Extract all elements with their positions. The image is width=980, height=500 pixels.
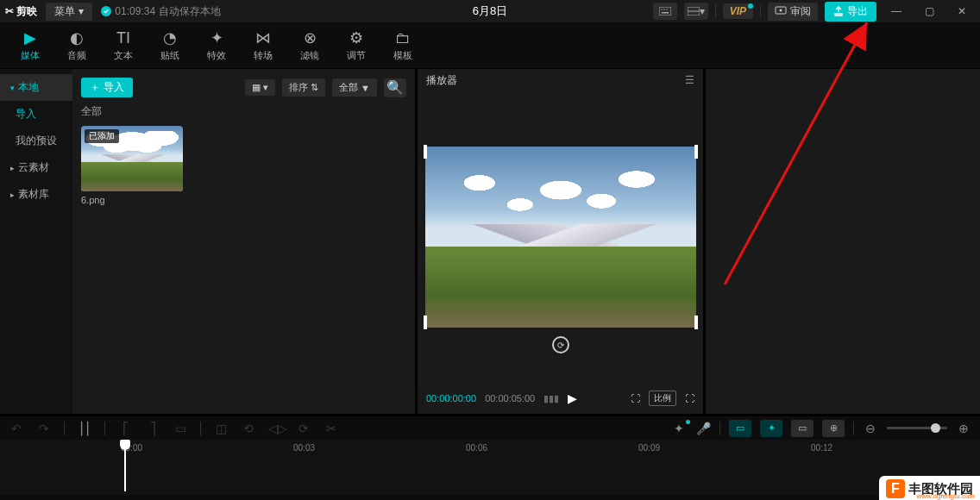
media-icon: ▶ — [24, 28, 36, 47]
media-thumbnail[interactable]: 已添加 6.png — [81, 126, 183, 205]
track-main-button[interactable]: ▭ — [729, 420, 751, 437]
crop-tool-icon[interactable]: ✂ — [324, 422, 339, 435]
mic-icon[interactable]: 🎤 — [695, 422, 711, 435]
svg-point-1 — [661, 9, 662, 9]
track-audio-button[interactable]: ▭ — [791, 420, 814, 437]
transition-icon: ⋈ — [255, 28, 271, 47]
menu-button[interactable]: 菜单 ▾ — [46, 3, 92, 21]
play-button[interactable]: ▶ — [568, 391, 577, 405]
sidebar-library[interactable]: ▸素材库 — [0, 181, 72, 208]
audio-icon: ◐ — [70, 28, 84, 47]
tab-filter[interactable]: ⊗滤镜 — [286, 22, 333, 68]
svg-rect-0 — [659, 7, 671, 16]
reverse-icon[interactable]: ⟲ — [241, 422, 256, 435]
watermark: F 丰图软件园 www.dgfengtu.com — [879, 476, 980, 500]
tab-transition[interactable]: ⋈转场 — [240, 22, 286, 68]
playhead[interactable] — [124, 440, 126, 491]
tool-tabs: ▶媒体 ◐音频 TI文本 ◔贴纸 ✦特效 ⋈转场 ⊗滤镜 ⚙调节 🗀模板 — [0, 22, 980, 69]
right-cut-icon[interactable]: ⎤ — [145, 422, 160, 435]
plus-icon: ＋ — [90, 80, 100, 95]
chevron-down-icon: ▾ — [79, 5, 84, 17]
mirror-icon[interactable]: ◁▷ — [268, 422, 284, 435]
check-icon — [101, 6, 111, 16]
app-logo: ✂ 剪映 — [5, 4, 37, 19]
filter-all-button[interactable]: 全部 ▼ — [332, 78, 377, 97]
player-controls: 00:00:00:00 00:00:05:00 ▮▮▮ ▶ ⛶ 比例 ⛶ — [418, 383, 703, 414]
svg-point-2 — [663, 9, 664, 9]
autosave-status: 01:09:34 自动保存本地 — [101, 4, 221, 19]
select-icon[interactable]: ▭ — [173, 422, 188, 435]
effect-icon: ✦ — [210, 28, 223, 47]
zoom-out-button[interactable]: ⊖ — [863, 422, 878, 435]
sidebar: ▾本地 导入 我的预设 ▸云素材 ▸素材库 — [0, 69, 72, 414]
main-row: ▾本地 导入 我的预设 ▸云素材 ▸素材库 ＋导入 ▦▾ 排序 ⇅ 全部 ▼ 🔍… — [0, 69, 980, 414]
zoom-slider[interactable] — [887, 427, 947, 429]
svg-point-8 — [780, 9, 782, 12]
section-label: 全部 — [81, 104, 406, 119]
bars-icon[interactable]: ▮▮▮ — [543, 393, 559, 404]
minimize-button[interactable]: — — [883, 0, 909, 22]
current-time: 00:00:00:00 — [426, 393, 476, 403]
search-button[interactable]: 🔍 — [384, 78, 406, 97]
added-badge: 已添加 — [85, 129, 119, 143]
tab-adjust[interactable]: ⚙调节 — [333, 22, 380, 68]
left-cut-icon[interactable]: ⎡ — [117, 422, 133, 435]
thumbnail-name: 6.png — [81, 195, 183, 205]
player-panel: 播放器 ☰ ⟳ 00:00:00:00 00:00:05:00 ▮▮▮ ▶ ⛶ … — [418, 69, 706, 414]
chevron-down-icon: ▾ — [10, 84, 15, 92]
close-button[interactable]: ✕ — [949, 0, 975, 22]
project-date: 6月8日 — [473, 3, 507, 19]
ratio-button[interactable]: 比例 — [649, 391, 676, 406]
sidebar-preset[interactable]: 我的预设 — [0, 128, 72, 154]
tab-sticker[interactable]: ◔贴纸 — [147, 22, 193, 68]
sidebar-local[interactable]: ▾本地 — [0, 74, 72, 101]
tab-effect[interactable]: ✦特效 — [193, 22, 240, 68]
sort-button[interactable]: 排序 ⇅ — [282, 78, 325, 97]
timeline-ruler[interactable]: 00:00 00:03 00:06 00:09 00:12 — [0, 440, 980, 457]
refresh-icon[interactable]: ⟳ — [552, 336, 569, 353]
player-title: 播放器 — [426, 73, 457, 88]
timeline-toolbar: ↶ ↷ ⎮⎮ ⎡ ⎤ ▭ ◫ ⟲ ◁▷ ⟳ ✂ ✦ 🎤 ▭ ✦ ▭ ⊕ ⊖ ⊕ — [0, 414, 980, 440]
review-button[interactable]: 审阅 — [768, 3, 818, 21]
track-text-button[interactable]: ✦ — [760, 420, 782, 437]
media-panel: ＋导入 ▦▾ 排序 ⇅ 全部 ▼ 🔍 全部 已添加 6.png — [72, 69, 418, 414]
adjust-icon: ⚙ — [349, 28, 363, 47]
tab-template[interactable]: 🗀模板 — [380, 22, 426, 68]
player-menu-icon[interactable]: ☰ — [685, 74, 694, 86]
title-bar: ✂ 剪映 菜单 ▾ 01:09:34 自动保存本地 6月8日 ▾ VIP 审阅 … — [0, 0, 980, 22]
filter-icon: ▼ — [361, 83, 370, 93]
undo-button[interactable]: ↶ — [9, 422, 24, 435]
crop-icon[interactable]: ⛶ — [631, 393, 640, 403]
redo-button[interactable]: ↷ — [36, 422, 52, 435]
maximize-button[interactable]: ▢ — [916, 0, 942, 22]
magic-icon[interactable]: ✦ — [671, 422, 687, 435]
watermark-logo: F — [886, 479, 905, 498]
tab-media[interactable]: ▶媒体 — [7, 22, 53, 68]
sidebar-cloud[interactable]: ▸云素材 — [0, 154, 72, 181]
total-time: 00:00:05:00 — [485, 393, 535, 403]
split-button[interactable]: ⎮⎮ — [77, 422, 92, 435]
vip-badge[interactable]: VIP — [723, 3, 753, 19]
track-align-button[interactable]: ⊕ — [822, 420, 845, 437]
freeze-icon[interactable]: ◫ — [213, 422, 229, 435]
fullscreen-icon[interactable]: ⛶ — [685, 393, 694, 403]
keyboard-icon[interactable] — [653, 3, 677, 20]
sidebar-import[interactable]: 导入 — [0, 101, 72, 128]
view-grid-button[interactable]: ▦▾ — [245, 79, 275, 96]
timeline[interactable]: 00:00 00:03 00:06 00:09 00:12 — [0, 440, 980, 495]
chevron-right-icon: ▸ — [10, 164, 15, 172]
export-button[interactable]: 导出 — [825, 2, 876, 22]
filter-icon: ⊗ — [304, 28, 317, 47]
player-viewport[interactable]: ⟳ — [418, 91, 703, 383]
zoom-in-button[interactable]: ⊕ — [956, 422, 971, 435]
layout-icon[interactable]: ▾ — [684, 3, 708, 20]
sort-icon: ⇅ — [311, 82, 318, 93]
tab-audio[interactable]: ◐音频 — [53, 22, 100, 68]
sticker-icon: ◔ — [163, 28, 177, 47]
tab-text[interactable]: TI文本 — [100, 22, 147, 68]
template-icon: 🗀 — [395, 29, 411, 47]
svg-rect-4 — [662, 12, 669, 14]
import-button[interactable]: ＋导入 — [81, 78, 133, 97]
rotate-icon[interactable]: ⟳ — [296, 422, 311, 435]
search-icon: 🔍 — [386, 79, 404, 96]
